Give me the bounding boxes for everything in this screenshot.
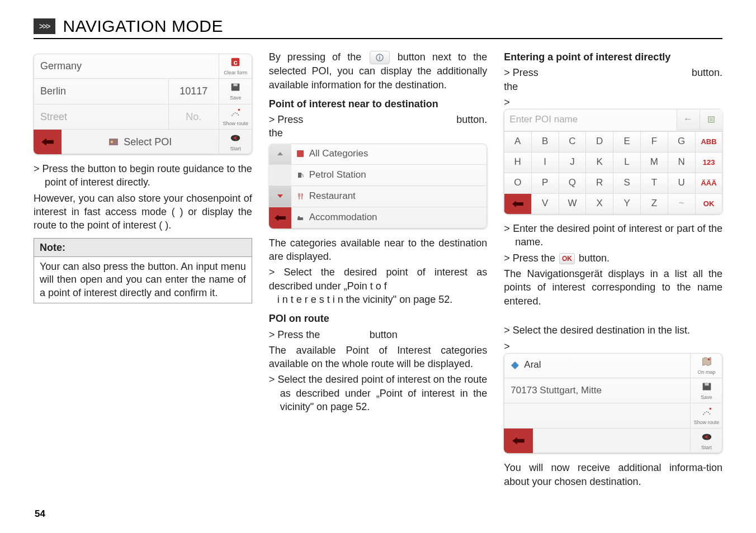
key-k[interactable]: K — [585, 152, 613, 173]
key-r[interactable]: R — [585, 173, 613, 194]
key-n[interactable]: N — [668, 152, 696, 173]
chevron-down-icon — [276, 192, 285, 201]
route-icon — [701, 406, 713, 418]
key-y[interactable]: Y — [613, 193, 641, 215]
clear-form-button[interactable]: c Clear form — [219, 54, 252, 78]
key-a[interactable]: A — [504, 131, 531, 153]
key-p[interactable]: P — [531, 173, 559, 194]
text-press-begin: > Press the button to begin route guidan… — [34, 162, 252, 189]
key-l[interactable]: L — [613, 152, 641, 173]
accommodation-icon — [291, 214, 309, 222]
text-info-button: By pressing of the i button next to the … — [269, 50, 488, 92]
scroll-up-button[interactable] — [269, 144, 291, 164]
text-press-ok: > Press the OK button. — [504, 251, 722, 265]
country-field[interactable]: Germany — [34, 54, 219, 78]
destination-name-row[interactable]: Aral — [504, 353, 690, 377]
key-123[interactable]: 123 — [695, 152, 722, 173]
select-poi-button[interactable]: Select POI — [62, 130, 219, 154]
category-back-button[interactable] — [269, 207, 291, 229]
dest-show-route-button[interactable]: Show route — [690, 403, 722, 428]
key-abb[interactable]: ABB — [695, 131, 722, 153]
svg-rect-10 — [297, 150, 304, 157]
svg-point-18 — [709, 408, 711, 410]
key-c[interactable]: C — [559, 131, 587, 153]
key-f[interactable]: F — [640, 131, 668, 153]
back-arrow-icon — [512, 200, 524, 208]
text-gt: > — [504, 96, 722, 109]
info-icon: i — [376, 54, 384, 61]
key-b[interactable]: B — [531, 131, 559, 153]
save-button[interactable]: Save — [219, 79, 252, 103]
key-t[interactable]: T — [640, 173, 668, 194]
key-i[interactable]: I — [531, 152, 559, 173]
key-m[interactable]: M — [640, 152, 668, 173]
category-restaurant[interactable]: Restaurant — [309, 190, 488, 203]
key-j[interactable]: J — [559, 152, 587, 173]
text-enter-poi: > Enter the desired point of interest or… — [504, 222, 722, 249]
start-button[interactable]: Start — [219, 130, 252, 154]
start-icon — [701, 431, 713, 443]
destination-blank2 — [533, 435, 690, 446]
save-icon — [229, 81, 242, 93]
key-w[interactable]: W — [559, 193, 587, 215]
column-2: By pressing of the i button next to the … — [269, 50, 488, 491]
key-o[interactable]: O — [504, 173, 531, 194]
dest-start-button[interactable]: Start — [690, 429, 722, 453]
column-3: Entering a point of interest directly > … — [504, 50, 722, 491]
key-g[interactable]: G — [668, 131, 696, 153]
street-field[interactable]: Street — [34, 104, 168, 129]
dest-save-button[interactable]: Save — [690, 378, 722, 403]
column-1: Germany c Clear form Berlin 10117 Save S… — [34, 50, 252, 491]
svg-point-15 — [707, 358, 710, 360]
note-body: Your can also press the button. An input… — [34, 256, 252, 303]
text-select-poi-route: > Select the desired point of interest o… — [269, 373, 488, 413]
backspace-key[interactable]: ← — [677, 109, 700, 130]
city-field[interactable]: Berlin — [34, 79, 168, 103]
text-select-poi-near: > Select the desired point of interest a… — [269, 265, 488, 306]
text-route-categories: The available Point of Interest categori… — [269, 344, 488, 371]
dest-back-button[interactable] — [504, 429, 533, 453]
map-icon — [701, 355, 713, 368]
ok-inline-button[interactable]: OK — [559, 253, 575, 264]
category-accommodation[interactable]: Accommodation — [309, 211, 488, 224]
key-h[interactable]: H — [504, 152, 531, 173]
svg-point-4 — [238, 108, 240, 111]
postal-field[interactable]: 10117 — [168, 79, 219, 103]
key-q[interactable]: Q — [559, 173, 587, 194]
page-title: NAVIGATION MODE — [63, 17, 223, 36]
key-x[interactable]: X — [585, 193, 613, 215]
restaurant-icon — [291, 192, 309, 200]
svg-rect-5 — [109, 139, 118, 145]
key-s[interactable]: S — [613, 173, 641, 194]
key-umlaut[interactable]: ÄÄÄ — [695, 173, 722, 194]
list-key[interactable] — [700, 109, 723, 130]
key-z[interactable]: Z — [640, 193, 668, 215]
text-gt2: > — [504, 340, 722, 353]
show-route-button[interactable]: Show route — [219, 104, 252, 129]
info-inline-button[interactable]: i — [370, 51, 390, 64]
key-space[interactable]: ~ — [668, 193, 696, 215]
house-number-field[interactable]: No. — [168, 104, 219, 129]
chevron-up-icon — [276, 149, 285, 158]
category-all[interactable]: All Categories — [309, 147, 488, 160]
heading-poi-near-dest: Point of interest near to destination — [269, 97, 488, 111]
route-icon — [229, 107, 242, 119]
heading-enter-poi-directly: Entering a point of interest directly — [504, 50, 722, 64]
clear-icon: c — [229, 56, 242, 68]
key-e[interactable]: E — [613, 131, 641, 153]
key-u[interactable]: U — [668, 173, 696, 194]
start-icon — [229, 132, 242, 144]
category-list-screenshot: All Categories Petrol Station Restaurant — [269, 144, 488, 229]
key-d[interactable]: D — [585, 131, 613, 153]
key-ok[interactable]: OK — [695, 193, 722, 215]
category-petrol[interactable]: Petrol Station — [309, 169, 488, 182]
header-arrow-badge: >>> — [34, 18, 55, 34]
key-v[interactable]: V — [531, 193, 559, 215]
keyboard-back-button[interactable] — [504, 193, 531, 215]
poi-name-input[interactable]: Enter POI name — [504, 109, 677, 131]
scroll-down-button[interactable] — [269, 186, 291, 207]
back-button[interactable] — [34, 130, 62, 154]
list-icon — [707, 115, 716, 124]
on-map-button[interactable]: On map — [690, 353, 722, 378]
page-header: >>> NAVIGATION MODE — [34, 17, 722, 39]
